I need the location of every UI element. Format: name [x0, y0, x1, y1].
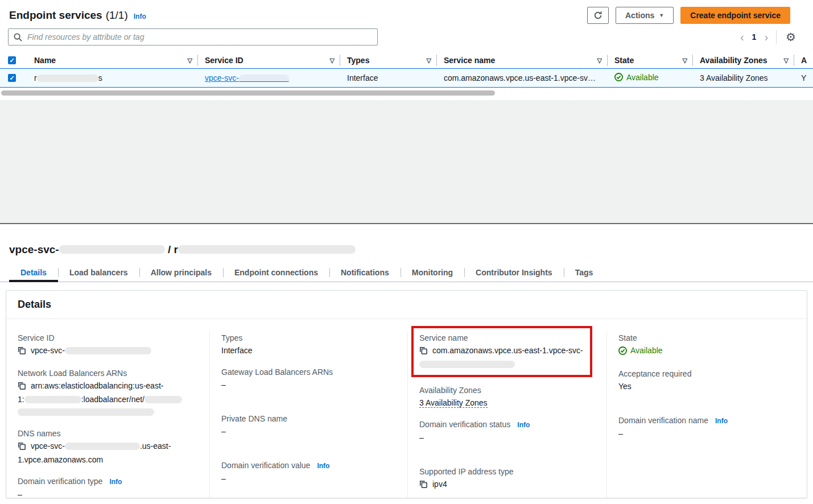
field-label: Service name	[419, 332, 584, 344]
create-endpoint-service-button[interactable]: Create endpoint service	[680, 7, 790, 24]
field-service-id: Service ID vpce-svc-	[18, 332, 198, 358]
sort-icon: ▽	[683, 57, 687, 64]
cell-name-suffix: s	[98, 73, 102, 82]
field-label-text: Domain verification type	[18, 475, 102, 488]
table-row[interactable]: ✓ rs vpce-svc- Interface com.amazonaws.v…	[0, 68, 813, 88]
cell-types: Interface	[340, 73, 437, 82]
column-header-name-label: Name	[34, 56, 56, 65]
details-column-1: Service ID vpce-svc- Network Load Balanc…	[6, 332, 209, 498]
copy-icon[interactable]	[18, 381, 26, 393]
tab-details[interactable]: Details	[9, 263, 58, 282]
dns-tail1: .us-east-	[140, 441, 171, 451]
pagination: ‹ 1 › ⚙	[740, 30, 796, 44]
actions-button[interactable]: Actions ▼	[616, 7, 674, 24]
field-label: Domain verification name Info	[618, 414, 795, 427]
search-input[interactable]	[26, 32, 372, 42]
scrollbar-thumb[interactable]	[1, 90, 495, 96]
tab-allow-principals[interactable]: Allow principals	[139, 263, 223, 282]
column-header-service-id[interactable]: Service ID ▽	[198, 52, 340, 68]
supported-ip-value: ipv4	[432, 480, 447, 489]
field-label-text: Domain verification value	[221, 459, 310, 472]
details-column-3: Service name com.amazonaws.vpce.us-east-…	[407, 332, 606, 498]
tab-monitoring[interactable]: Monitoring	[401, 263, 464, 282]
settings-gear-icon[interactable]: ⚙	[785, 31, 796, 43]
nlb-arn-line2-prefix: 1:	[18, 395, 24, 404]
field-value: –	[18, 488, 198, 498]
details-column-4: State Available Acceptance required Yes …	[606, 332, 807, 498]
copy-icon[interactable]	[419, 479, 427, 491]
status-available-icon	[618, 346, 627, 355]
cell-service-name: com.amazonaws.vpce.us-east-1.vpce-sv…	[437, 73, 608, 82]
detail-pane-title: vpce-svc- / r	[0, 224, 813, 256]
column-header-truncated[interactable]: A	[794, 52, 813, 68]
info-link[interactable]: Info	[109, 476, 122, 488]
service-name-value: com.amazonaws.vpce.us-east-1.vpce-svc-	[432, 346, 583, 355]
search-icon	[14, 33, 22, 42]
select-all-cell: ✓	[0, 52, 27, 68]
previous-page-button[interactable]: ‹	[740, 31, 744, 43]
service-name-highlight-box: Service name com.amazonaws.vpce.us-east-…	[411, 326, 592, 377]
field-value: –	[221, 378, 396, 391]
redacted-text	[59, 245, 165, 254]
field-domain-verification-value: Domain verification value Info –	[221, 459, 396, 485]
cell-availability-zones: 3 Availability Zones	[693, 73, 794, 82]
row-checkbox[interactable]: ✓	[8, 74, 16, 82]
field-availability-zones: Availability Zones 3 Availability Zones	[419, 384, 595, 409]
field-label-text: Domain verification name	[618, 414, 708, 427]
field-domain-verification-name: Domain verification name Info –	[618, 414, 795, 440]
copy-icon[interactable]	[419, 345, 427, 358]
tab-load-balancers[interactable]: Load balancers	[58, 263, 139, 282]
page-title: Endpoint services (1/1) Info	[9, 9, 146, 22]
sort-icon: ▽	[784, 57, 789, 64]
dns-tail2: 1.vpce.amazonaws.com	[18, 455, 103, 464]
column-header-availability-zones[interactable]: Availability Zones ▽	[693, 52, 794, 68]
redacted-text	[239, 75, 289, 82]
info-link[interactable]: Info	[517, 419, 530, 431]
column-header-types-label: Types	[347, 56, 369, 65]
select-all-checkbox[interactable]: ✓	[8, 56, 16, 64]
availability-zones-link[interactable]: 3 Availability Zones	[419, 398, 488, 408]
column-header-state[interactable]: State ▽	[608, 52, 693, 68]
tab-tags[interactable]: Tags	[564, 263, 605, 282]
sort-icon: ▽	[597, 57, 602, 64]
field-value: com.amazonaws.vpce.us-east-1.vpce-svc-	[419, 344, 584, 370]
detail-title-prefix: vpce-svc-	[9, 243, 59, 255]
page-title-text: Endpoint services	[9, 9, 102, 22]
column-header-service-id-label: Service ID	[205, 56, 244, 65]
table-header-row: ✓ Name ▽ Service ID ▽ Types ▽ Service na…	[0, 52, 813, 68]
field-value: Yes	[618, 380, 795, 393]
info-link[interactable]: Info	[715, 415, 728, 427]
field-acceptance-required: Acceptance required Yes	[618, 367, 795, 393]
copy-icon[interactable]	[18, 345, 26, 358]
cell-name-prefix: r	[34, 73, 37, 82]
field-domain-verification-type: Domain verification type Info –	[18, 475, 198, 498]
tab-endpoint-connections[interactable]: Endpoint connections	[223, 263, 329, 282]
nlb-arn-line2-mid: :loadbalancer/net/	[81, 395, 145, 404]
horizontal-scrollbar[interactable]	[1, 90, 812, 96]
detail-title-name-prefix: r	[174, 243, 178, 255]
field-label: DNS names	[18, 427, 198, 440]
title-info-link[interactable]: Info	[134, 13, 146, 20]
availability-zones-link[interactable]: 3 Availability Zones	[700, 73, 768, 82]
redacted-text	[65, 347, 151, 354]
next-page-button[interactable]: ›	[764, 31, 768, 43]
field-label: Gateway Load Balancers ARNs	[221, 366, 396, 378]
copy-icon[interactable]	[18, 441, 26, 453]
field-value: arn:aws:elasticloadbalancing:us-east- 1:…	[18, 379, 198, 418]
service-id-link[interactable]: vpce-svc-	[205, 73, 289, 82]
info-link[interactable]: Info	[317, 460, 329, 472]
resource-count: (1/1)	[106, 9, 128, 22]
column-header-types[interactable]: Types ▽	[340, 52, 437, 68]
column-header-service-name[interactable]: Service name ▽	[437, 52, 608, 68]
tab-notifications[interactable]: Notifications	[329, 263, 401, 282]
tab-contributor-insights[interactable]: Contributor Insights	[464, 263, 564, 282]
refresh-button[interactable]	[587, 7, 609, 24]
redacted-text	[65, 443, 140, 450]
service-id-value-prefix: vpce-svc-	[31, 346, 65, 355]
search-box[interactable]	[8, 28, 378, 46]
column-header-name[interactable]: Name ▽	[27, 52, 198, 68]
cell-name: rs	[27, 73, 198, 82]
cell-acceptance-truncated: Y	[794, 73, 813, 82]
field-types: Types Interface	[221, 332, 396, 357]
field-domain-verification-status: Domain verification status Info –	[419, 418, 595, 444]
